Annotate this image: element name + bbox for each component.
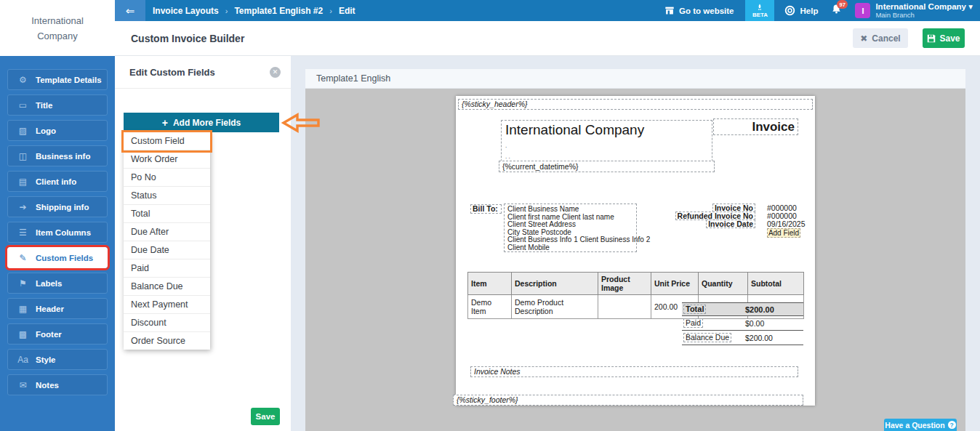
company-name-line2: Company — [37, 28, 78, 44]
account-avatar[interactable]: I — [855, 3, 870, 18]
total-label[interactable]: Total — [683, 305, 706, 314]
col-header-product-image: Product Image — [598, 273, 651, 295]
sticky-header-placeholder[interactable]: {%sticky_header%} — [458, 99, 813, 110]
cancel-button[interactable]: ✖ Cancel — [853, 28, 908, 48]
sidebar-menu: ⚙ Template Details ▭ Title ▨ Logo ◫ Busi… — [0, 69, 115, 400]
paid-row: Paid $0.00 — [682, 316, 803, 331]
account-branch: Main Branch — [875, 12, 973, 19]
sidebar-item-item-columns[interactable]: ☰ Item Columns — [7, 222, 108, 243]
panel-close-button[interactable]: ✕ — [270, 67, 281, 78]
sidebar-item-template-details[interactable]: ⚙ Template Details — [7, 69, 108, 90]
invoice-page: {%sticky_header%} International Company … — [456, 96, 815, 406]
notifications-button[interactable]: 97 — [831, 4, 842, 17]
total-row: Total $200.00 — [682, 302, 803, 316]
sidebar-item-header[interactable]: ▦ Header — [7, 298, 108, 319]
col-header-quantity: Quantity — [699, 273, 748, 295]
id-card-icon: ▤ — [17, 177, 29, 187]
dropdown-item-due-date[interactable]: Due Date — [124, 241, 210, 259]
panel-save-button[interactable]: Save — [251, 408, 280, 425]
close-icon: ✖ — [860, 33, 867, 44]
preview-template-title: Template1 English — [316, 73, 390, 84]
dropdown-item-due-after[interactable]: Due After — [124, 223, 210, 241]
back-arrow-icon: ⇐ — [126, 4, 135, 17]
table-header-icon: ▦ — [17, 304, 29, 314]
balance-due-row: Balance Due $200.00 — [682, 331, 803, 345]
collapse-menu-button[interactable]: ⇐ — [115, 0, 145, 21]
page-header: Custom Invoice Builder ✖ Cancel Save — [115, 21, 980, 56]
col-header-description: Description — [512, 273, 598, 295]
notes-icon: ✉ — [17, 380, 29, 390]
beta-badge[interactable]: BETA — [745, 0, 774, 21]
dropdown-item-po-no[interactable]: Po No — [124, 169, 210, 187]
dropdown-item-work-order[interactable]: Work Order — [124, 150, 210, 169]
topbar: ⇐ Invoice Layouts › Template1 English #2… — [115, 0, 980, 21]
title-icon: ▭ — [17, 100, 29, 110]
dropdown-item-total[interactable]: Total — [124, 205, 210, 223]
invoice-preview-panel: Template1 English {%sticky_header%} Inte… — [305, 69, 965, 431]
sidebar-item-logo[interactable]: ▨ Logo — [7, 120, 108, 141]
topbar-right: Go to website BETA Help 9 — [664, 0, 980, 21]
add-field-dropdown: Custom Field Work Order Po No Status Tot… — [124, 132, 210, 350]
dropdown-item-custom-field[interactable]: Custom Field — [124, 132, 210, 150]
save-button[interactable]: Save — [923, 28, 965, 48]
life-ring-icon — [784, 5, 795, 16]
invoice-date-label[interactable]: Invoice Date — [706, 219, 755, 228]
breadcrumb-edit: Edit — [339, 6, 356, 16]
table-footer-icon: ▩ — [17, 329, 29, 339]
edit-custom-fields-panel: Edit Custom Fields ✕ + Add More Fields C… — [115, 56, 291, 431]
sidebar-item-style[interactable]: Aa Style — [7, 349, 108, 370]
tag-icon: ⚑ — [17, 278, 29, 289]
paid-label[interactable]: Paid — [683, 318, 703, 328]
invoice-totals: Total $200.00 Paid $0.00 Balance Due $20… — [682, 302, 803, 345]
invoice-title[interactable]: Invoice — [713, 118, 798, 135]
account-menu[interactable]: International Company ▾ Main Branch — [875, 2, 973, 19]
go-to-website-link[interactable]: Go to website — [664, 6, 734, 15]
company-name-line1: International — [31, 13, 84, 28]
edit-icon: ✎ — [17, 253, 29, 263]
balance-due-label[interactable]: Balance Due — [683, 333, 731, 342]
have-a-question-button[interactable]: Have a Question ? — [884, 419, 957, 431]
sidebar-item-business-info[interactable]: ◫ Business info — [7, 145, 108, 166]
invoice-date-value: 09/16/2025 — [767, 219, 806, 228]
dropdown-item-paid[interactable]: Paid — [124, 259, 210, 278]
sidebar-item-footer[interactable]: ▩ Footer — [7, 323, 108, 345]
col-header-item: Item — [468, 273, 512, 295]
plus-icon: + — [162, 117, 168, 129]
floppy-disk-icon — [927, 34, 936, 43]
sticky-footer-placeholder[interactable]: {%sticky_footer%} — [453, 395, 803, 406]
gear-icon: ⚙ — [17, 75, 29, 85]
sidebar-item-notes[interactable]: ✉ Notes — [7, 374, 108, 395]
preview-canvas: {%sticky_header%} International Company … — [305, 89, 965, 431]
company-logo: International Company — [0, 0, 115, 56]
sidebar-item-client-info[interactable]: ▤ Client info — [7, 171, 108, 192]
callout-arrow-icon — [280, 111, 321, 134]
dropdown-item-balance-due[interactable]: Balance Due — [124, 278, 210, 296]
question-mark-icon: ? — [948, 421, 956, 429]
breadcrumb-separator: › — [225, 7, 228, 15]
close-icon: ✕ — [273, 68, 278, 76]
custom-invoice-builder-app: International Company ⚙ Template Details… — [0, 0, 980, 431]
sidebar-item-title[interactable]: ▭ Title — [7, 94, 108, 116]
dropdown-item-order-source[interactable]: Order Source — [124, 332, 210, 350]
breadcrumb: Invoice Layouts › Template1 English #2 ›… — [153, 6, 356, 16]
col-header-subtotal: Subtotal — [748, 273, 804, 295]
invoice-notes-placeholder[interactable]: Invoice Notes — [470, 366, 798, 377]
add-more-fields-button[interactable]: + Add More Fields — [124, 113, 279, 132]
breadcrumb-separator: › — [329, 7, 332, 15]
sidebar-item-labels[interactable]: ⚑ Labels — [7, 273, 108, 294]
font-style-icon: Aa — [17, 355, 29, 365]
help-button[interactable]: Help — [784, 5, 818, 16]
current-datetime-placeholder[interactable]: {%current_datetime%} — [499, 161, 715, 172]
breadcrumb-template[interactable]: Template1 English #2 — [234, 6, 323, 16]
add-field-button[interactable]: Add Field — [767, 228, 800, 238]
storefront-icon — [664, 6, 675, 15]
sidebar-item-custom-fields[interactable]: ✎ Custom Fields — [7, 247, 108, 268]
notification-count-badge: 97 — [837, 0, 848, 9]
sidebar-item-shipping-info[interactable]: ➔ Shipping info — [7, 196, 108, 217]
chevron-down-icon: ▾ — [968, 2, 973, 11]
breadcrumb-invoice-layouts[interactable]: Invoice Layouts — [153, 6, 219, 16]
bill-to-label[interactable]: Bill To: — [470, 204, 502, 214]
dropdown-item-discount[interactable]: Discount — [124, 314, 210, 332]
dropdown-item-status[interactable]: Status — [124, 187, 210, 205]
dropdown-item-next-payment[interactable]: Next Payment — [124, 296, 210, 314]
